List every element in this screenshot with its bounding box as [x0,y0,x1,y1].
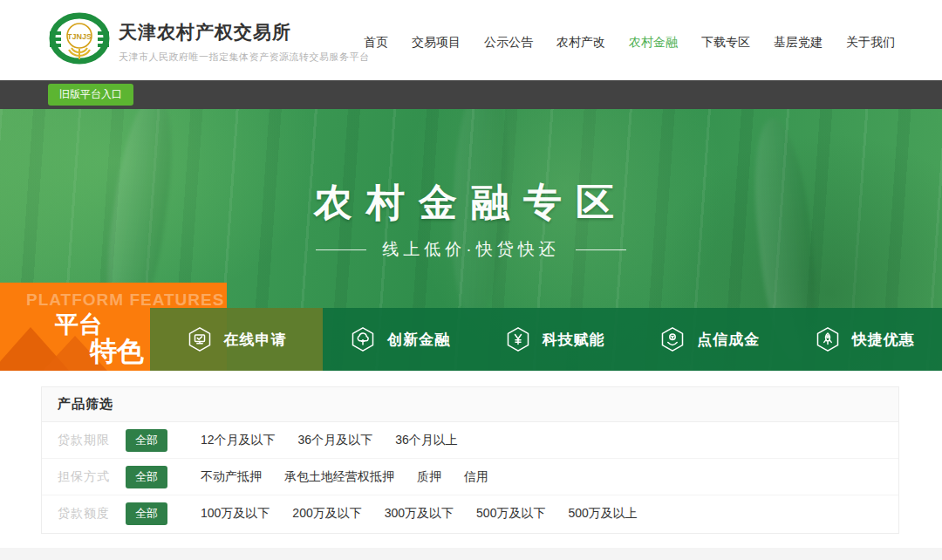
feature-item-label: 快捷优惠 [852,330,915,350]
loan-amount-option-300w-under[interactable]: 300万及以下 [385,506,454,522]
product-filter-card: 产品筛选 贷款期限 全部 12个月及以下 36个月及以下 36个月以上 担保方式… [41,386,899,534]
brand[interactable]: TJNJS 天津农村产权交易所 天津市人民政府唯一指定集体资产资源流转交易服务平… [49,11,370,72]
feature-item-online-apply[interactable]: 在线申请 [150,308,323,371]
utility-bar: 旧版平台入口 [0,80,942,109]
loan-term-option-36m-under[interactable]: 36个月及以下 [298,433,373,448]
loan-term-option-12m-under[interactable]: 12个月及以下 [201,433,276,448]
svg-text:TJNJS: TJNJS [67,32,92,41]
nav-item-trade-projects[interactable]: 交易项目 [412,35,461,51]
site-title: 天津农村产权交易所 [119,20,370,44]
nav-item-about-us[interactable]: 关于我们 [846,35,895,51]
feature-item-label: 创新金融 [387,330,450,350]
loan-amount-option-500w-under[interactable]: 500万及以下 [476,506,545,522]
subtitle-right-rule [576,249,626,250]
filter-card-title: 产品筛选 [42,387,898,422]
nav-item-downloads[interactable]: 下载专区 [701,35,750,51]
feature-item-credit-to-gold[interactable]: 点信成金 [632,308,788,371]
hand-coin-credit-icon [659,326,686,352]
nav-item-home[interactable]: 首页 [364,35,388,51]
subtitle-left-rule [316,249,366,250]
guarantee-option-credit[interactable]: 信用 [464,469,488,485]
filter-row-loan-term: 贷款期限 全部 12个月及以下 36个月及以下 36个月以上 [42,422,898,459]
hero-subtitle-row: 线上低价·快贷快还 [0,238,942,261]
guarantee-option-real-estate[interactable]: 不动产抵押 [201,469,262,485]
loan-amount-all-button[interactable]: 全部 [126,502,167,525]
guarantee-all-button[interactable]: 全部 [126,466,167,488]
loan-term-option-36m-over[interactable]: 36个月以上 [395,433,458,448]
loan-term-all-button[interactable]: 全部 [126,429,167,452]
feature-item-quick-discount[interactable]: 快捷优惠 [788,308,942,371]
site-header: TJNJS 天津农村产权交易所 天津市人民政府唯一指定集体资产资源流转交易服务平… [0,0,942,80]
loan-amount-option-500w-over[interactable]: 500万及以上 [568,506,637,522]
site-subtitle: 天津市人民政府唯一指定集体资产资源流转交易服务平台 [119,51,370,64]
rocket-discount-icon [815,326,841,352]
filter-row-guarantee-type: 担保方式 全部 不动产抵押 承包土地经营权抵押 质押 信用 [42,459,898,495]
platform-features-title-cn-2: 特色 [90,333,144,370]
loan-amount-option-200w-under[interactable]: 200万及以下 [292,506,361,522]
hero-title: 农村金融专区 [0,177,942,229]
filter-row-loan-amount: 贷款额度 全部 100万及以下 200万及以下 300万及以下 500万及以下 … [42,495,898,532]
nav-item-public-notice[interactable]: 公示公告 [484,35,533,51]
feature-item-label: 点信成金 [697,330,760,350]
filter-row-label: 担保方式 [58,469,126,485]
loan-amount-option-100w-under[interactable]: 100万及以下 [201,506,270,522]
main-nav: 首页 交易项目 公示公告 农村产改 农村金融 下载专区 基层党建 关于我们 [364,35,895,51]
footer-band [0,548,942,560]
filter-row-label: 贷款额度 [58,506,126,522]
feature-item-label: 在线申请 [224,330,287,350]
hero-subtitle: 线上低价·快贷快还 [382,238,559,261]
online-apply-form-icon [187,326,213,352]
cloud-innovation-icon [350,326,376,352]
feature-item-tech-enable[interactable]: 科技赋能 [478,308,633,371]
nav-item-party-building[interactable]: 基层党建 [774,35,823,51]
feature-item-innovative-finance[interactable]: 创新金融 [323,308,478,371]
feature-item-label: 科技赋能 [543,330,605,350]
brand-text: 天津农村产权交易所 天津市人民政府唯一指定集体资产资源流转交易服务平台 [119,20,370,64]
nav-item-rural-finance[interactable]: 农村金融 [629,35,678,51]
nav-item-rural-reform[interactable]: 农村产改 [556,35,605,51]
page: TJNJS 天津农村产权交易所 天津市人民政府唯一指定集体资产资源流转交易服务平… [0,0,942,560]
guarantee-option-pledge[interactable]: 质押 [417,469,441,485]
tjnjs-emblem-icon: TJNJS [49,11,110,72]
yuan-technology-icon [505,326,531,352]
feature-menu-bar: 在线申请 创新金融 科技赋能 [150,308,942,371]
old-platform-entry-button[interactable]: 旧版平台入口 [48,84,133,106]
guarantee-option-land-rights[interactable]: 承包土地经营权抵押 [284,469,394,485]
platform-features-eyebrow: PLATFORM FEATURES [26,290,224,310]
filter-row-label: 贷款期限 [58,433,126,448]
